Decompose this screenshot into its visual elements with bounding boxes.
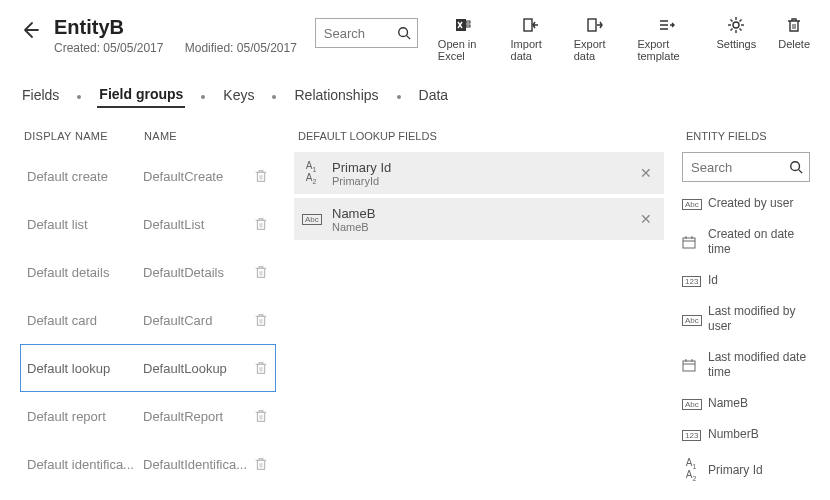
field-group-name: DefaultDetails	[143, 265, 253, 280]
field-group-name: DefaultCreate	[143, 169, 253, 184]
entity-field-label: NameB	[708, 396, 810, 411]
svg-rect-5	[524, 19, 532, 31]
entity-field-row[interactable]: A1A2Primary Id	[682, 450, 810, 490]
entity-field-label: Id	[708, 273, 810, 288]
lookup-field-row[interactable]: AbcNameBNameB✕	[294, 198, 664, 240]
gear-icon	[727, 16, 745, 34]
svg-line-13	[740, 29, 742, 31]
trash-icon	[785, 16, 803, 34]
field-group-row[interactable]: Default identifica...DefaultIdentifica..…	[20, 440, 276, 488]
trash-icon[interactable]	[253, 408, 269, 424]
back-button[interactable]	[20, 20, 40, 40]
excel-icon	[454, 16, 472, 34]
svg-rect-3	[466, 21, 470, 23]
entity-field-row[interactable]: 123NumberB	[682, 419, 810, 450]
tab-keys[interactable]: Keys	[221, 87, 256, 107]
tab-field-groups[interactable]: Field groups	[97, 86, 185, 108]
open-in-excel-button[interactable]: Open in Excel	[438, 16, 489, 62]
page-title: EntityB	[54, 16, 315, 39]
lookup-field-row[interactable]: A1A2Primary IdPrimaryId✕	[294, 152, 664, 194]
svg-rect-38	[683, 361, 695, 371]
svg-point-0	[399, 28, 408, 37]
delete-button[interactable]: Delete	[778, 16, 810, 62]
trash-icon[interactable]	[253, 456, 269, 472]
field-group-display: Default lookup	[27, 361, 143, 376]
import-data-label: Import data	[511, 38, 552, 62]
entity-field-row[interactable]: Created on date time	[682, 219, 810, 265]
lookup-field-sub: PrimaryId	[332, 175, 636, 187]
entity-field-label: Last modified date time	[708, 350, 810, 380]
svg-line-15	[731, 29, 733, 31]
svg-point-32	[791, 162, 800, 171]
search-icon[interactable]	[789, 160, 803, 174]
field-group-row[interactable]: Default detailsDefaultDetails	[20, 248, 276, 296]
svg-line-33	[799, 170, 803, 174]
import-icon	[522, 16, 540, 34]
entity-field-row[interactable]: Last modified date time	[682, 342, 810, 388]
lookup-field-label: NameB	[332, 206, 636, 221]
entity-field-row[interactable]: 123Id	[682, 265, 810, 296]
open-in-excel-label: Open in Excel	[438, 38, 489, 62]
entity-field-row[interactable]: AbcNameB	[682, 388, 810, 419]
field-group-row[interactable]: Default createDefaultCreate	[20, 152, 276, 200]
lookup-fields-title: DEFAULT LOOKUP FIELDS	[294, 118, 664, 152]
export-template-button[interactable]: Export template	[637, 16, 694, 62]
field-type-icon: A1A2	[302, 161, 320, 185]
field-type-icon: Abc	[302, 214, 320, 224]
svg-point-7	[733, 22, 739, 28]
search-icon[interactable]	[397, 26, 411, 40]
column-header-display-name: DISPLAY NAME	[24, 130, 144, 142]
trash-icon[interactable]	[253, 360, 269, 376]
svg-rect-6	[588, 19, 596, 31]
export-template-label: Export template	[637, 38, 694, 62]
header-search[interactable]	[315, 18, 418, 48]
modified-label: Modified: 05/05/2017	[185, 41, 297, 55]
field-group-row[interactable]: Default lookupDefaultLookup	[20, 344, 276, 392]
column-header-name: NAME	[144, 130, 177, 142]
export-data-button[interactable]: Export data	[574, 16, 616, 62]
field-type-icon: A1A2	[682, 458, 700, 482]
field-group-name: DefaultCard	[143, 313, 253, 328]
field-type-icon	[682, 235, 700, 249]
field-group-row[interactable]: Default reportDefaultReport	[20, 392, 276, 440]
dot-icon	[201, 95, 205, 99]
trash-icon[interactable]	[253, 216, 269, 232]
template-icon	[657, 16, 675, 34]
entity-field-row[interactable]: AbcCreated by user	[682, 188, 810, 219]
svg-line-12	[731, 20, 733, 22]
svg-rect-34	[683, 238, 695, 248]
svg-rect-2	[456, 19, 466, 31]
field-type-icon: Abc	[682, 314, 700, 325]
lookup-field-label: Primary Id	[332, 160, 636, 175]
tab-relationships[interactable]: Relationships	[292, 87, 380, 107]
entity-fields-search-input[interactable]	[689, 159, 789, 176]
field-type-icon: Abc	[682, 198, 700, 209]
header-search-input[interactable]	[322, 25, 397, 42]
entity-fields-search[interactable]	[682, 152, 810, 182]
export-icon	[586, 16, 604, 34]
trash-icon[interactable]	[253, 168, 269, 184]
field-group-row[interactable]: Default cardDefaultCard	[20, 296, 276, 344]
close-icon[interactable]: ✕	[636, 165, 656, 181]
entity-field-row[interactable]: AbcLast modified by user	[682, 296, 810, 342]
svg-rect-4	[466, 25, 470, 27]
field-group-display: Default card	[27, 313, 143, 328]
field-type-icon	[682, 358, 700, 372]
entity-field-label: NumberB	[708, 427, 810, 442]
field-group-display: Default details	[27, 265, 143, 280]
field-group-row[interactable]: Default listDefaultList	[20, 200, 276, 248]
field-group-name: DefaultList	[143, 217, 253, 232]
tab-fields[interactable]: Fields	[20, 87, 61, 107]
dot-icon	[397, 95, 401, 99]
close-icon[interactable]: ✕	[636, 211, 656, 227]
tab-data[interactable]: Data	[417, 87, 451, 107]
settings-button[interactable]: Settings	[716, 16, 756, 62]
entity-field-label: Last modified by user	[708, 304, 810, 334]
trash-icon[interactable]	[253, 312, 269, 328]
trash-icon[interactable]	[253, 264, 269, 280]
svg-line-14	[740, 20, 742, 22]
entity-field-label: Created by user	[708, 196, 810, 211]
import-data-button[interactable]: Import data	[511, 16, 552, 62]
field-type-icon: Abc	[682, 398, 700, 409]
field-type-icon: 123	[682, 275, 700, 286]
